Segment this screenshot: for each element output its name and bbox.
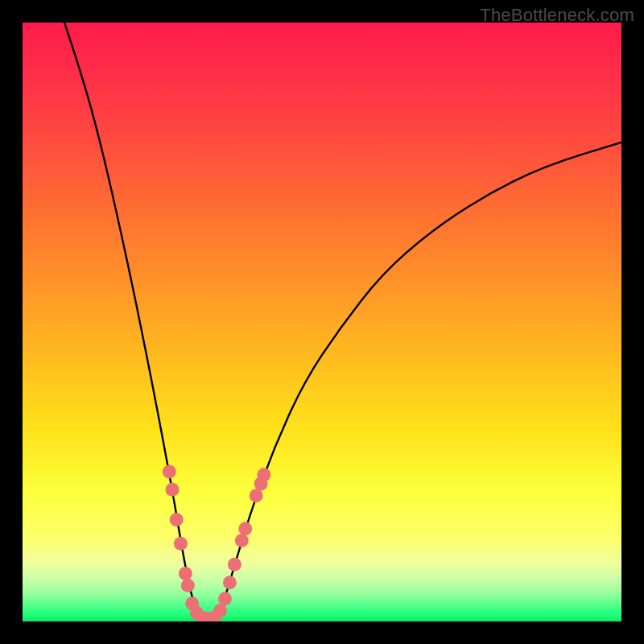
scatter-point bbox=[218, 592, 232, 605]
scatter-point bbox=[179, 567, 192, 580]
plot-area bbox=[23, 23, 621, 621]
scatter-point bbox=[181, 579, 195, 592]
scatter-point bbox=[250, 489, 263, 502]
scatter-point bbox=[163, 465, 176, 479]
chart-frame: TheBottleneck.com bbox=[0, 0, 644, 644]
scatter-markers bbox=[163, 465, 271, 622]
scatter-point bbox=[166, 483, 180, 497]
scatter-point bbox=[174, 537, 188, 551]
scatter-point bbox=[170, 513, 184, 526]
scatter-point bbox=[228, 558, 242, 572]
bottleneck-curve bbox=[64, 23, 621, 618]
scatter-point bbox=[238, 522, 252, 535]
chart-svg bbox=[23, 23, 621, 621]
scatter-point bbox=[235, 534, 249, 547]
scatter-point bbox=[257, 468, 270, 481]
scatter-point bbox=[213, 604, 227, 617]
scatter-point bbox=[223, 576, 237, 589]
watermark-text: TheBottleneck.com bbox=[480, 5, 634, 26]
